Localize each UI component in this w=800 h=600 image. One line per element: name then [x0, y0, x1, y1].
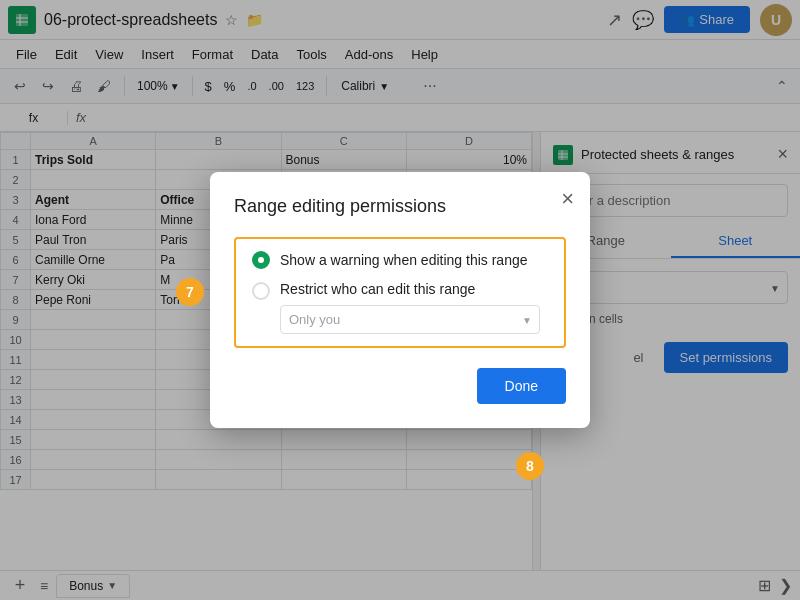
dialog-close-icon[interactable]: × — [561, 188, 574, 210]
option-restrict[interactable]: Restrict who can edit this range Only yo… — [252, 281, 548, 334]
dialog: Range editing permissions × Show a warni… — [210, 172, 590, 428]
done-button[interactable]: Done — [477, 368, 566, 404]
badge-7: 7 — [176, 278, 204, 306]
dialog-overlay[interactable]: Range editing permissions × Show a warni… — [0, 0, 800, 600]
option-restrict-label: Restrict who can edit this range — [280, 281, 475, 297]
options-box: Show a warning when editing this range R… — [234, 237, 566, 348]
option-warning-label: Show a warning when editing this range — [280, 252, 528, 268]
dialog-title: Range editing permissions — [234, 196, 566, 217]
restrict-dropdown[interactable]: Only you — [280, 305, 540, 334]
restrict-select-wrap: Only you ▼ — [280, 305, 540, 334]
option-warning[interactable]: Show a warning when editing this range — [252, 251, 548, 269]
badge-8: 8 — [516, 452, 544, 480]
radio-selected-icon — [252, 251, 270, 269]
radio-unselected-icon — [252, 282, 270, 300]
